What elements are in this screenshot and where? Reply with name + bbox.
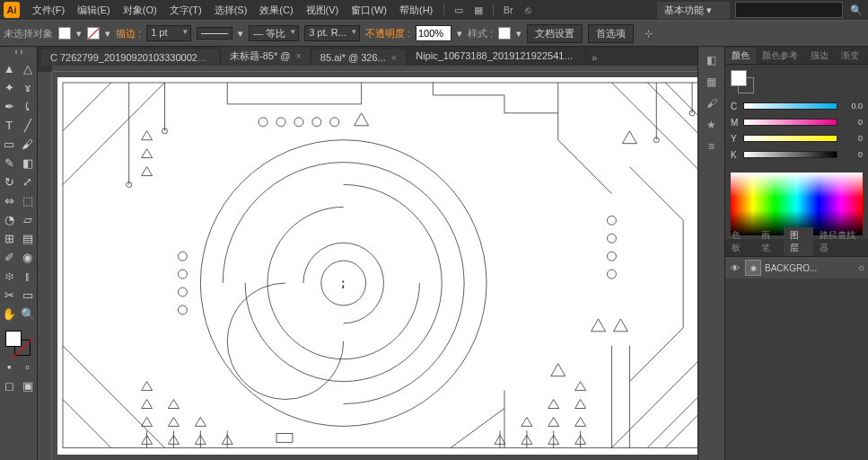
color-spectrum[interactable]: [731, 172, 863, 235]
blend-tool[interactable]: ◉: [19, 248, 38, 267]
line-tool[interactable]: ╱: [19, 116, 38, 135]
tab-layers[interactable]: 图层: [784, 227, 813, 256]
eyedropper-tool[interactable]: ✐: [0, 248, 19, 267]
color-mode[interactable]: ▪: [0, 358, 19, 376]
menu-select[interactable]: 选择(S): [209, 2, 253, 19]
dock-brushes-icon[interactable]: 🖌: [698, 93, 724, 113]
menu-window[interactable]: 窗口(W): [346, 2, 392, 19]
symbol-sprayer-tool[interactable]: ፨: [0, 267, 19, 286]
artboard-tool[interactable]: ✂: [0, 286, 19, 305]
close-icon[interactable]: ×: [391, 52, 397, 63]
perspective-tool[interactable]: ▱: [19, 210, 38, 229]
screen-mode[interactable]: ▣: [19, 376, 38, 395]
zoom-tool[interactable]: 🔍: [19, 305, 38, 323]
target-icon[interactable]: ○: [858, 262, 864, 273]
menu-type[interactable]: 文字(T): [164, 2, 207, 19]
slider-y[interactable]: [743, 135, 837, 142]
stroke-weight-dropdown[interactable]: 1 pt: [146, 25, 191, 41]
align-icon[interactable]: ⊹: [639, 24, 657, 42]
artboard[interactable]: ;: [57, 77, 719, 455]
search-input[interactable]: [735, 2, 843, 18]
magic-wand-tool[interactable]: ✦: [0, 78, 19, 97]
direct-selection-tool[interactable]: △: [19, 59, 38, 78]
svg-point-7: [312, 118, 321, 127]
stroke-profile-dropdown[interactable]: — 等比: [249, 25, 299, 41]
fill-swatch[interactable]: [58, 27, 71, 40]
slice-tool[interactable]: ▭: [19, 286, 38, 305]
artboard-viewport[interactable]: ;: [52, 72, 724, 460]
menu-file[interactable]: 文件(F): [27, 2, 70, 19]
tab-pathfinder[interactable]: 路径查找器: [813, 227, 868, 256]
tab-brushes[interactable]: 画笔: [755, 227, 785, 256]
ruler-vertical[interactable]: [38, 72, 52, 460]
tab-gradient[interactable]: 渐变: [835, 48, 865, 64]
dock-symbols-icon[interactable]: ★: [698, 115, 724, 135]
tab-color[interactable]: 颜色: [725, 48, 756, 64]
slider-k[interactable]: [743, 151, 837, 158]
free-transform-tool[interactable]: ⬚: [19, 191, 38, 210]
dock-stroke-icon[interactable]: ≡: [698, 137, 724, 156]
layer-row[interactable]: 👁 ◉ BACKGRO... ○: [725, 257, 868, 279]
type-tool[interactable]: T: [0, 116, 19, 135]
layers-panel-tabs: 色板 画笔 图层 路径查找器: [725, 239, 868, 257]
tab-stroke[interactable]: 描边: [804, 48, 835, 64]
opacity-label: 不透明度 :: [365, 27, 410, 40]
hand-tool[interactable]: ✋: [0, 305, 19, 323]
gradient-mode[interactable]: ▫: [19, 358, 38, 376]
layer-name[interactable]: BACKGRO...: [765, 263, 855, 273]
tab-swatches[interactable]: 色板: [725, 227, 755, 256]
visibility-icon[interactable]: 👁: [729, 261, 741, 274]
shaper-tool[interactable]: ✎: [0, 154, 19, 172]
fill-stroke-control[interactable]: [0, 329, 37, 358]
slider-m[interactable]: [743, 119, 837, 126]
tab-3[interactable]: Nipic_10673188_20191219225415726083.ai* …: [407, 47, 586, 66]
search-icon[interactable]: 🔍: [848, 2, 864, 18]
paintbrush-tool[interactable]: 🖌: [19, 135, 38, 154]
gpu-icon[interactable]: ▭: [450, 1, 468, 19]
svg-text:;: ;: [342, 278, 345, 288]
tab-overflow[interactable]: »: [586, 49, 602, 66]
dock-swatches-icon[interactable]: ▦: [698, 72, 724, 92]
tab-1[interactable]: 未标题-85* @×: [221, 47, 311, 66]
color-panel-tabs: 颜色 颜色参考 描边 渐变: [725, 47, 868, 65]
rectangle-tool[interactable]: ▭: [0, 135, 19, 154]
dock-color-icon[interactable]: ◧: [698, 50, 724, 70]
opacity-input[interactable]: 100%: [416, 25, 452, 41]
doc-setup-button[interactable]: 文档设置: [527, 24, 583, 43]
menu-effect[interactable]: 效果(C): [254, 2, 298, 19]
tab-0[interactable]: C 7262799_201909201033300028031.ai* @×: [41, 49, 221, 66]
stroke-swatch[interactable]: [87, 27, 100, 40]
menu-object[interactable]: 对象(O): [118, 2, 162, 19]
svg-point-14: [607, 234, 616, 243]
stroke-dash-dropdown[interactable]: [197, 27, 232, 40]
bridge-icon[interactable]: Br: [499, 1, 517, 19]
stock-icon[interactable]: ⎋: [519, 1, 537, 19]
width-tool[interactable]: ⇔: [0, 191, 19, 210]
tab-2[interactable]: 85.ai* @ 326...×: [311, 49, 407, 66]
slider-c[interactable]: [743, 102, 837, 110]
mesh-tool[interactable]: ⊞: [0, 229, 19, 248]
gradient-tool[interactable]: ▤: [19, 229, 38, 248]
draw-mode[interactable]: ◻: [0, 376, 19, 395]
prefs-button[interactable]: 首选项: [588, 24, 634, 43]
tab-color-guide[interactable]: 颜色参考: [756, 48, 804, 64]
menu-view[interactable]: 视图(V): [301, 2, 345, 19]
pen-tool[interactable]: ✒: [0, 97, 19, 116]
brush-dropdown[interactable]: 3 pt. R...: [304, 25, 360, 41]
rotate-tool[interactable]: ↻: [0, 172, 19, 191]
graph-tool[interactable]: ⫿: [19, 267, 38, 286]
selection-tool[interactable]: ▲: [0, 59, 19, 78]
arrange-icon[interactable]: ▦: [469, 1, 487, 19]
close-icon[interactable]: ×: [295, 50, 301, 61]
style-swatch[interactable]: [498, 27, 511, 40]
shape-builder-tool[interactable]: ◔: [0, 210, 19, 229]
workspace-dropdown[interactable]: 基本功能 ▾: [657, 2, 730, 19]
lasso-tool[interactable]: ɤ: [19, 78, 38, 97]
scale-tool[interactable]: ⤢: [19, 172, 38, 191]
menu-help[interactable]: 帮助(H): [394, 2, 438, 19]
curvature-tool[interactable]: ⤹: [19, 97, 38, 116]
menu-edit[interactable]: 编辑(E): [72, 2, 116, 19]
color-fill-stroke[interactable]: [731, 70, 754, 93]
eraser-tool[interactable]: ◧: [19, 154, 38, 172]
ruler-horizontal[interactable]: [52, 66, 724, 72]
